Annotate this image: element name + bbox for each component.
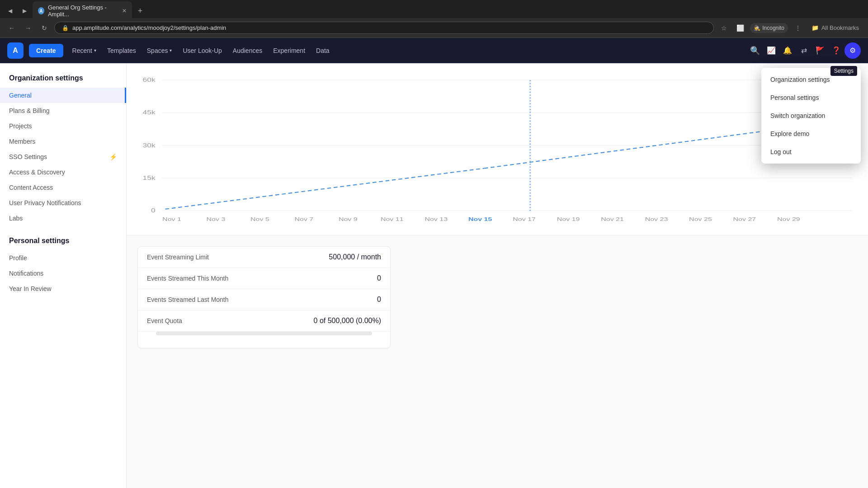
back-button[interactable]: ← xyxy=(5,22,18,34)
stats-value-this-month: 0 xyxy=(377,274,381,282)
stats-label-last-month: Events Streamed Last Month xyxy=(147,296,377,303)
sso-icon: ⚡ xyxy=(109,153,117,160)
nav-item-spaces[interactable]: Spaces ▾ xyxy=(142,38,178,63)
svg-text:Nov 1: Nov 1 xyxy=(162,216,181,222)
nav-item-experiment[interactable]: Experiment xyxy=(268,38,311,63)
address-bar[interactable]: 🔒 app.amplitude.com/analytics/moodjoy2/s… xyxy=(54,22,714,34)
chart-area: 60k 45k 30k 15k 0 xyxy=(136,72,859,226)
sidebar-item-user-privacy-notifications[interactable]: User Privacy Notifications xyxy=(0,195,126,211)
svg-text:Nov 17: Nov 17 xyxy=(513,216,536,222)
create-button[interactable]: Create xyxy=(29,44,63,57)
sidebar-item-content-access[interactable]: Content Access xyxy=(0,180,126,195)
svg-line-10 xyxy=(165,169,484,209)
incognito-badge: 🕵 Incognito xyxy=(750,23,788,33)
stats-card: Event Streaming Limit 500,000 / month Ev… xyxy=(137,246,391,348)
stats-progress-bar xyxy=(156,332,372,335)
chevron-down-icon: ▾ xyxy=(94,48,96,53)
chart-svg: 60k 45k 30k 15k 0 xyxy=(136,72,859,226)
sidebar: Organization settings General Plans & Bi… xyxy=(0,63,127,488)
nav-item-data[interactable]: Data xyxy=(311,38,335,63)
bookmarks-btn[interactable]: 📁 All Bookmarks xyxy=(808,23,863,33)
settings-dropdown: Organization settings Personal settings … xyxy=(761,68,861,164)
sidebar-item-plans-billing[interactable]: Plans & Billing xyxy=(0,103,126,118)
svg-text:Nov 11: Nov 11 xyxy=(381,216,404,222)
content-area: 60k 45k 30k 15k 0 xyxy=(127,63,868,488)
nav-item-recent[interactable]: Recent ▾ xyxy=(67,38,102,63)
sidebar-item-projects[interactable]: Projects xyxy=(0,118,126,134)
chart-container: 60k 45k 30k 15k 0 xyxy=(127,63,868,235)
tab-nav-forward[interactable]: ▶ xyxy=(18,5,31,17)
tab-nav-back[interactable]: ◀ xyxy=(4,5,16,17)
sidebar-personal-title: Personal settings xyxy=(0,237,126,250)
svg-text:Nov 23: Nov 23 xyxy=(645,216,668,222)
svg-text:Nov 27: Nov 27 xyxy=(733,216,756,222)
svg-text:Nov 3: Nov 3 xyxy=(207,216,226,222)
svg-text:Nov 15: Nov 15 xyxy=(468,216,492,222)
reload-button[interactable]: ↻ xyxy=(38,22,51,34)
dropdown-item-explore-demo[interactable]: Explore demo xyxy=(761,125,861,143)
url-text: app.amplitude.com/analytics/moodjoy2/set… xyxy=(72,24,226,31)
sidebar-item-general[interactable]: General xyxy=(0,88,126,103)
flags-icon-btn[interactable]: 🚩 xyxy=(812,42,828,59)
tab-title: General Org Settings - Amplit... xyxy=(48,4,118,18)
settings-tooltip: Settings xyxy=(830,66,857,76)
svg-text:Nov 29: Nov 29 xyxy=(777,216,800,222)
chevron-down-icon: ▾ xyxy=(170,48,172,53)
sidebar-item-sso-settings[interactable]: SSO Settings ⚡ xyxy=(0,149,126,164)
stats-label-quota: Event Quota xyxy=(147,317,314,324)
incognito-label: Incognito xyxy=(762,25,784,31)
amplitude-logo[interactable]: A xyxy=(7,42,24,59)
star-button[interactable]: ☆ xyxy=(717,22,730,34)
svg-text:Nov 25: Nov 25 xyxy=(689,216,712,222)
nav-item-audiences[interactable]: Audiences xyxy=(227,38,268,63)
help-icon-btn[interactable]: ❓ xyxy=(828,42,844,59)
top-nav: A Create Recent ▾ Templates Spaces ▾ Use… xyxy=(0,38,868,63)
stats-label-this-month: Events Streamed This Month xyxy=(147,275,377,282)
stats-value-quota: 0 of 500,000 (0.00%) xyxy=(314,317,381,325)
nav-item-templates[interactable]: Templates xyxy=(102,38,142,63)
nav-item-userlookup[interactable]: User Look-Up xyxy=(177,38,227,63)
connections-icon-btn[interactable]: ⇄ xyxy=(796,42,812,59)
active-tab[interactable]: A General Org Settings - Amplit... ✕ xyxy=(33,1,132,20)
progress-container xyxy=(138,332,390,348)
lock-icon: 🔒 xyxy=(62,25,69,31)
sidebar-item-notifications[interactable]: Notifications xyxy=(0,266,126,281)
dropdown-item-personal-settings[interactable]: Personal settings xyxy=(761,89,861,107)
svg-text:Nov 21: Nov 21 xyxy=(601,216,624,222)
stats-value-streaming-limit: 500,000 / month xyxy=(329,253,381,261)
sidebar-item-profile[interactable]: Profile xyxy=(0,250,126,266)
sidebar-org-title: Organization settings xyxy=(0,74,126,88)
bookmarks-label: All Bookmarks xyxy=(821,24,859,31)
search-icon-btn[interactable]: 🔍 xyxy=(747,42,763,59)
close-tab-icon[interactable]: ✕ xyxy=(122,8,127,14)
new-tab-button[interactable]: + xyxy=(134,5,146,17)
incognito-icon: 🕵 xyxy=(754,25,760,31)
svg-text:45k: 45k xyxy=(143,109,156,116)
stats-row-streaming-limit: Event Streaming Limit 500,000 / month xyxy=(138,247,390,268)
settings-icon-btn[interactable]: ⚙ xyxy=(844,42,861,59)
analytics-icon-btn[interactable]: 📈 xyxy=(763,42,779,59)
sidebar-item-access-discovery[interactable]: Access & Discovery xyxy=(0,164,126,180)
bookmarks-icon: 📁 xyxy=(811,24,819,31)
stats-row-this-month: Events Streamed This Month 0 xyxy=(138,268,390,289)
tab-favicon: A xyxy=(38,7,44,14)
stats-row-last-month: Events Streamed Last Month 0 xyxy=(138,289,390,310)
settings-icon-btn-wrapper: ⚙ Settings Organization settings Persona… xyxy=(844,42,861,59)
stats-row-quota: Event Quota 0 of 500,000 (0.00%) xyxy=(138,310,390,332)
svg-text:Nov 5: Nov 5 xyxy=(250,216,269,222)
svg-text:Nov 7: Nov 7 xyxy=(294,216,313,222)
dropdown-item-switch-org[interactable]: Switch organization xyxy=(761,107,861,125)
dropdown-item-logout[interactable]: Log out xyxy=(761,143,861,161)
sidebar-item-labs[interactable]: Labs xyxy=(0,211,126,226)
sidebar-item-members[interactable]: Members xyxy=(0,134,126,149)
browser-menu-button[interactable]: ⋮ xyxy=(792,22,804,34)
forward-button[interactable]: → xyxy=(22,22,34,34)
notifications-icon-btn[interactable]: 🔔 xyxy=(779,42,796,59)
sidebar-item-year-in-review[interactable]: Year In Review xyxy=(0,281,126,296)
svg-text:Nov 13: Nov 13 xyxy=(425,216,448,222)
stats-label-streaming-limit: Event Streaming Limit xyxy=(147,253,329,261)
extensions-button[interactable]: ⬜ xyxy=(734,22,746,34)
stats-value-last-month: 0 xyxy=(377,296,381,304)
svg-text:0: 0 xyxy=(151,207,156,214)
browser-chrome: ◀ ▶ A General Org Settings - Amplit... ✕… xyxy=(0,0,868,38)
